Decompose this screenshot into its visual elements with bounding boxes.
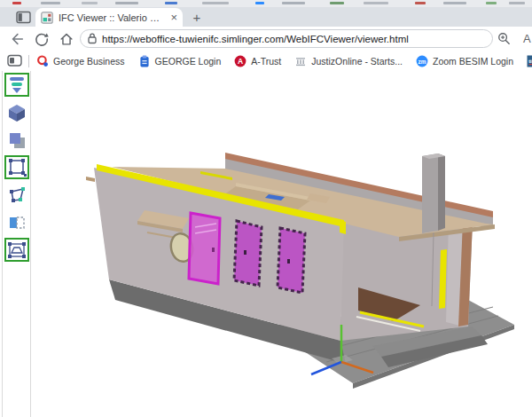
tab-favicon-icon <box>41 12 53 24</box>
cube-icon <box>6 102 27 123</box>
door-2[interactable] <box>234 221 262 286</box>
navigation-bar: https://weboffice-tuwienifc.simlinger.co… <box>0 27 532 51</box>
bookmark-a-trust[interactable]: A A-Trust <box>234 55 281 67</box>
bookmarks-bar: George Business GEORGE Login A A-Trust <box>0 51 532 72</box>
door-1[interactable] <box>189 213 220 284</box>
refresh-icon[interactable] <box>32 29 51 48</box>
new-tab-button[interactable]: + <box>190 10 204 24</box>
url-text: https://weboffice-tuwienifc.simlinger.co… <box>102 34 409 44</box>
toolbar-clip-volume-button[interactable] <box>4 238 29 262</box>
toolbar-select-polygon-button[interactable] <box>4 183 29 207</box>
zoom-circle-icon: zm <box>416 55 428 67</box>
tab-title: IFC Viewer :: Valerio WebOffice <box>59 12 167 23</box>
partial-selection-icon <box>6 212 27 233</box>
back-icon[interactable] <box>7 29 26 48</box>
tiss-square-icon: tiss <box>527 55 532 67</box>
tab-actions-menu-icon[interactable] <box>16 11 32 24</box>
door-3[interactable] <box>278 228 305 293</box>
door-handle <box>212 248 215 252</box>
tab-close-icon[interactable]: × <box>170 12 177 23</box>
clipboard-icon <box>138 55 151 67</box>
lock-icon <box>88 33 97 44</box>
svg-text:zm: zm <box>418 58 426 64</box>
browser-window: IFC Viewer :: Valerio WebOffice × + http… <box>0 0 532 417</box>
select-polygon-icon <box>6 185 27 206</box>
read-aloud-icon[interactable]: A <box>523 32 531 45</box>
wall-peg <box>86 177 95 182</box>
clip-volume-icon <box>6 240 27 261</box>
toolbar-view-cube-button[interactable] <box>4 100 29 124</box>
bookmarks-divider <box>28 55 29 67</box>
door-handle <box>244 250 246 255</box>
layers-icon <box>6 130 27 151</box>
bookmark-george-login[interactable]: GEORGE Login <box>138 55 222 67</box>
door-handle <box>287 259 290 264</box>
svg-text:A: A <box>238 57 243 66</box>
svg-text:tiss: tiss <box>528 58 532 63</box>
justiz-icon <box>294 55 307 67</box>
toolbar-partial-selection-button[interactable] <box>4 210 29 234</box>
viewer-content <box>0 71 532 417</box>
viewer-toolbar <box>2 71 31 417</box>
zoom-page-icon[interactable] <box>495 29 513 48</box>
select-box-icon <box>6 157 27 178</box>
load-model-icon <box>6 75 27 96</box>
sidebar-panel-icon[interactable] <box>7 54 22 67</box>
george-logo-icon <box>36 55 49 67</box>
bookmark-george-business[interactable]: George Business <box>36 55 125 67</box>
toolbar-layers-button[interactable] <box>4 128 29 152</box>
browser-tab[interactable]: IFC Viewer :: Valerio WebOffice × <box>35 8 183 27</box>
tab-bar: IFC Viewer :: Valerio WebOffice × + <box>0 7 532 27</box>
a-trust-icon: A <box>234 55 246 67</box>
toolbar-load-model-button[interactable] <box>4 73 29 97</box>
bookmark-zoom-besim[interactable]: zm Zoom BESIM Login <box>416 55 513 67</box>
viewer-canvas[interactable] <box>0 71 532 417</box>
address-bar[interactable]: https://weboffice-tuwienifc.simlinger.co… <box>80 29 493 48</box>
bookmark-justizonline[interactable]: JustizOnline - Starts... <box>294 55 403 67</box>
bookmark-tiss[interactable]: tiss TISS - Startseite | TU... <box>527 55 532 67</box>
home-icon[interactable] <box>57 29 75 48</box>
toolbar-select-box-button[interactable] <box>4 155 29 179</box>
